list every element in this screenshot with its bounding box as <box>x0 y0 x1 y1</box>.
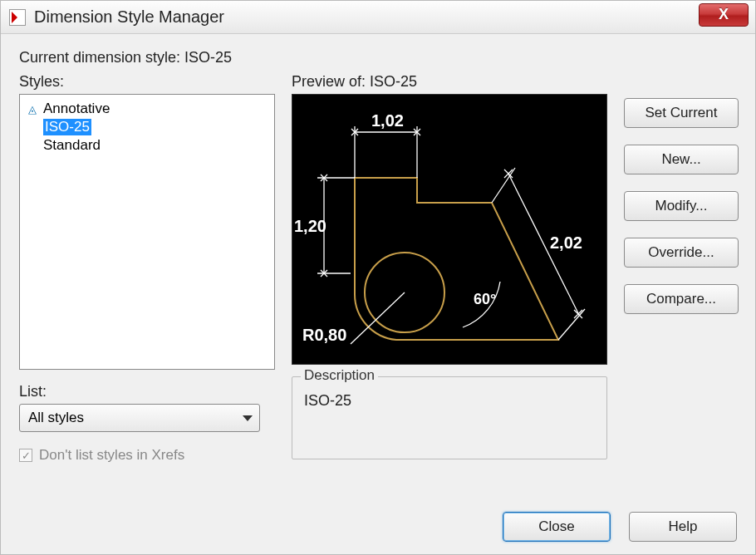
styles-list-item-label: ISO-25 <box>43 119 91 135</box>
modify-button[interactable]: Modify... <box>624 191 739 221</box>
list-filter-select[interactable]: All styles <box>19 404 260 432</box>
preview-label: Preview of: ISO-25 <box>292 73 607 91</box>
styles-label: Styles: <box>19 73 275 91</box>
styles-list-item-label: Annotative <box>43 101 110 117</box>
dialog-content: Current dimension style: ISO-25 Styles: … <box>1 34 755 508</box>
styles-list-item-standard[interactable]: Standard <box>27 136 268 155</box>
dimension-style-manager-window: Dimension Style Manager X Current dimens… <box>0 0 756 555</box>
override-button[interactable]: Override... <box>624 238 739 268</box>
dim-radius: R0,80 <box>302 326 346 344</box>
styles-list-item-iso25[interactable]: ISO-25 <box>27 118 268 136</box>
preview-drawing: 1,02 1,20 2,02 60° R0,80 <box>292 95 608 366</box>
xref-checkbox-label: Don't list styles in Xrefs <box>39 447 184 464</box>
close-icon: X <box>719 6 729 23</box>
svg-line-9 <box>558 309 585 340</box>
list-filter-value: All styles <box>28 410 84 426</box>
styles-list[interactable]: ◬ Annotative ISO-25 Standard <box>19 94 275 370</box>
help-button[interactable]: Help <box>629 512 737 542</box>
app-icon <box>9 9 26 26</box>
description-text: ISO-25 <box>304 392 595 410</box>
description-legend: Description <box>301 367 378 384</box>
dim-top: 1,02 <box>371 111 404 130</box>
svg-line-10 <box>351 292 405 344</box>
close-button[interactable]: Close <box>503 512 611 542</box>
set-current-button[interactable]: Set Current <box>624 98 739 128</box>
current-style-value: ISO-25 <box>184 49 232 66</box>
styles-list-item-label: Standard <box>43 137 101 154</box>
new-button[interactable]: New... <box>624 145 739 174</box>
xref-checkbox[interactable]: ✓ <box>19 449 32 462</box>
chevron-down-icon <box>243 415 253 421</box>
preview-label-style: ISO-25 <box>370 73 417 90</box>
window-close-button[interactable]: X <box>699 3 749 27</box>
window-title: Dimension Style Manager <box>34 7 224 27</box>
xref-checkbox-row: ✓ Don't list styles in Xrefs <box>19 447 275 464</box>
annotative-icon: ◬ <box>28 103 43 115</box>
styles-list-item-annotative[interactable]: ◬ Annotative <box>27 100 268 118</box>
current-style-label: Current dimension style: ISO-25 <box>19 49 739 66</box>
current-style-prefix: Current dimension style: <box>19 49 184 66</box>
dim-diag: 2,02 <box>550 233 582 252</box>
dialog-footer: Close Help <box>1 508 755 554</box>
compare-button[interactable]: Compare... <box>624 284 739 314</box>
titlebar: Dimension Style Manager X <box>1 1 755 34</box>
preview-panel: 1,02 1,20 2,02 60° R0,80 <box>292 94 607 365</box>
description-group: Description ISO-25 <box>292 376 607 459</box>
svg-line-8 <box>492 168 515 203</box>
dim-left: 1,20 <box>294 217 326 235</box>
list-filter-label: List: <box>19 383 275 400</box>
preview-label-prefix: Preview of: <box>292 73 370 90</box>
dim-angle: 60° <box>474 291 496 307</box>
